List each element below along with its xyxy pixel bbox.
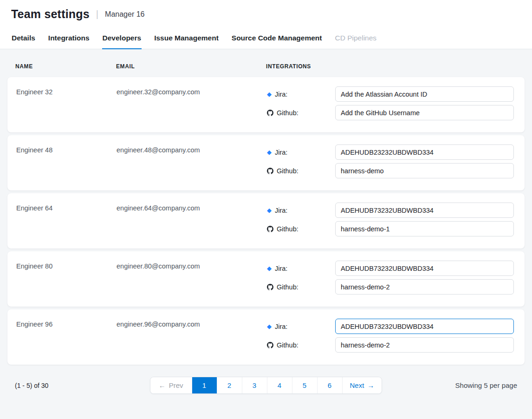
jira-integration-line: ◆ Jira: — [266, 144, 516, 160]
column-header-email: EMAIL — [116, 63, 266, 70]
jira-account-id-input[interactable] — [335, 144, 514, 160]
github-icon — [267, 342, 273, 348]
github-label: Github: — [277, 225, 298, 233]
github-label: Github: — [277, 341, 298, 349]
page-button-1[interactable]: 1 — [192, 377, 217, 393]
developer-email: engineer.64@company.com — [117, 204, 266, 249]
github-integration-line: Github: — [266, 163, 516, 178]
tab-source-code-management[interactable]: Source Code Management — [231, 27, 323, 49]
github-labelblock: Github: — [266, 225, 335, 233]
jira-icon: ◆ — [267, 265, 272, 271]
page-title: Team settings — [11, 7, 90, 21]
jira-label: Jira: — [275, 91, 287, 98]
next-page-button[interactable]: Next→ — [342, 377, 382, 393]
page-button-5[interactable]: 5 — [292, 377, 317, 393]
jira-label: Jira: — [275, 207, 287, 214]
tab-integrations[interactable]: Integrations — [48, 27, 90, 49]
table-row: Engineer 96 engineer.96@company.com ◆ Ji… — [7, 309, 525, 365]
page-button-2[interactable]: 2 — [217, 377, 242, 393]
github-label: Github: — [277, 167, 298, 175]
jira-label: Jira: — [275, 323, 287, 330]
jira-integration-line: ◆ Jira: — [266, 86, 516, 102]
github-labelblock: Github: — [266, 109, 335, 117]
developer-email: engineer.80@company.com — [117, 262, 266, 307]
page-button-4[interactable]: 4 — [267, 377, 292, 393]
integrations-cell: ◆ Jira: Github: — [266, 86, 516, 132]
table-header-row: NAME EMAIL INTEGRATIONS — [7, 49, 525, 77]
developer-email: engineer.96@company.com — [117, 321, 266, 365]
github-labelblock: Github: — [266, 341, 335, 349]
jira-icon: ◆ — [267, 149, 272, 155]
developer-email: engineer.48@company.com — [117, 146, 266, 190]
jira-label: Jira: — [275, 149, 287, 156]
github-integration-line: Github: — [266, 105, 516, 120]
jira-label: Jira: — [275, 265, 287, 272]
jira-labelblock: ◆ Jira: — [266, 149, 335, 156]
result-range-text: (1 - 5) of 30 — [15, 382, 150, 389]
jira-integration-line: ◆ Jira: — [266, 261, 516, 276]
github-username-input[interactable] — [335, 279, 514, 295]
integrations-cell: ◆ Jira: Github: — [266, 144, 516, 190]
developer-name: Engineer 48 — [16, 146, 117, 190]
pagination-control: ←Prev 1 2 3 4 5 6 Next→ — [150, 377, 383, 394]
jira-icon: ◆ — [267, 91, 272, 97]
jira-account-id-input[interactable] — [335, 203, 514, 218]
github-icon — [267, 226, 273, 232]
table-row: Engineer 80 engineer.80@company.com ◆ Ji… — [7, 251, 525, 307]
github-username-input[interactable] — [335, 163, 514, 178]
integrations-cell: ◆ Jira: Github: — [266, 319, 516, 365]
jira-labelblock: ◆ Jira: — [266, 265, 335, 272]
arrow-left-icon: ← — [159, 382, 166, 389]
jira-integration-line: ◆ Jira: — [266, 319, 516, 334]
github-icon — [267, 110, 273, 116]
prev-label: Prev — [169, 381, 183, 389]
pagination-footer: (1 - 5) of 30 ←Prev 1 2 3 4 5 6 Next→ Sh… — [7, 377, 525, 394]
developer-name: Engineer 32 — [16, 88, 117, 132]
prev-page-button: ←Prev — [150, 377, 192, 393]
jira-labelblock: ◆ Jira: — [266, 207, 335, 214]
github-labelblock: Github: — [266, 283, 335, 291]
column-header-integrations: INTEGRATIONS — [266, 63, 517, 70]
github-icon — [267, 168, 273, 174]
github-integration-line: Github: — [266, 221, 516, 236]
developer-name: Engineer 96 — [16, 321, 117, 365]
next-label: Next — [350, 381, 364, 389]
tab-issue-management[interactable]: Issue Management — [154, 27, 219, 49]
github-integration-line: Github: — [266, 279, 516, 295]
integrations-cell: ◆ Jira: Github: — [266, 261, 516, 307]
tab-details[interactable]: Details — [11, 27, 36, 49]
page-button-6[interactable]: 6 — [317, 377, 342, 393]
github-label: Github: — [277, 109, 298, 117]
per-page-text: Showing 5 per page — [382, 381, 517, 389]
github-labelblock: Github: — [266, 167, 335, 175]
table-row: Engineer 64 engineer.64@company.com ◆ Ji… — [7, 193, 525, 249]
github-icon — [267, 284, 273, 290]
column-header-name: NAME — [15, 63, 116, 70]
jira-integration-line: ◆ Jira: — [266, 203, 516, 218]
tab-cd-pipelines: CD Pipelines — [334, 27, 377, 49]
developers-table: NAME EMAIL INTEGRATIONS Engineer 32 engi… — [0, 49, 532, 394]
table-row: Engineer 32 engineer.32@company.com ◆ Ji… — [7, 77, 525, 132]
tab-developers[interactable]: Developers — [102, 27, 142, 49]
jira-labelblock: ◆ Jira: — [266, 91, 335, 98]
tab-bar: Details Integrations Developers Issue Ma… — [0, 27, 532, 49]
jira-icon: ◆ — [267, 323, 272, 329]
developer-name: Engineer 64 — [16, 204, 117, 249]
jira-account-id-input[interactable] — [335, 86, 514, 102]
team-name: Manager 16 — [105, 10, 144, 19]
jira-icon: ◆ — [267, 207, 272, 213]
github-username-input[interactable] — [335, 337, 514, 353]
github-integration-line: Github: — [266, 337, 516, 353]
jira-account-id-input[interactable] — [335, 261, 514, 276]
table-row: Engineer 48 engineer.48@company.com ◆ Ji… — [7, 135, 525, 190]
github-username-input[interactable] — [335, 221, 514, 236]
github-username-input[interactable] — [335, 105, 514, 120]
title-divider: | — [96, 9, 98, 20]
jira-account-id-input[interactable] — [335, 319, 514, 334]
page-header: Team settings | Manager 16 — [0, 0, 532, 27]
page-button-3[interactable]: 3 — [242, 377, 267, 393]
arrow-right-icon: → — [367, 382, 374, 389]
integrations-cell: ◆ Jira: Github: — [266, 203, 516, 249]
developer-name: Engineer 80 — [16, 262, 117, 307]
developer-email: engineer.32@company.com — [117, 88, 266, 132]
